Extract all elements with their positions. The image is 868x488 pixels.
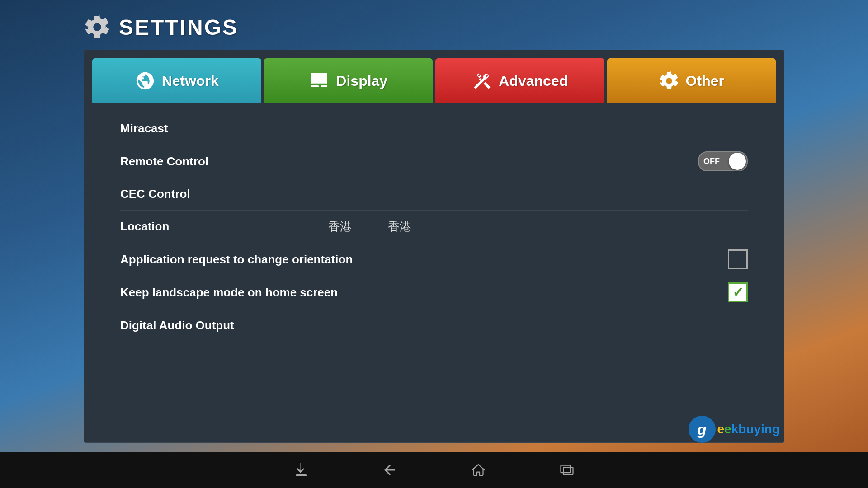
settings-list: Miracast Remote Control OFF CEC Control …: [84, 103, 784, 355]
tab-advanced-label: Advanced: [499, 73, 568, 89]
tabs-row: Network Display Advanced Other: [84, 50, 784, 103]
svg-rect-0: [296, 475, 307, 476]
settings-gear-icon: [84, 14, 111, 41]
toggle-text: OFF: [703, 157, 720, 166]
landscape-mode-label: Keep landscape mode on home screen: [120, 286, 338, 300]
tools-icon: [472, 70, 492, 91]
checkbox-unchecked[interactable]: [728, 249, 748, 269]
svg-rect-2: [561, 465, 571, 473]
digital-audio-label: Digital Audio Output: [120, 319, 301, 333]
back-icon[interactable]: [382, 462, 398, 478]
remote-control-toggle[interactable]: OFF: [698, 151, 748, 171]
display-icon: [309, 70, 330, 91]
landscape-mode-control[interactable]: ✓: [728, 282, 748, 302]
tab-display-label: Display: [336, 73, 387, 89]
recents-icon[interactable]: [559, 462, 575, 478]
svg-rect-3: [564, 467, 573, 475]
geekbuying-logo: g eekbuying: [689, 416, 780, 443]
tab-other-label: Other: [686, 73, 724, 89]
cec-control-label: CEC Control: [120, 187, 301, 201]
logo-text-rest: kbuying: [731, 422, 780, 436]
logo-letter: g: [697, 421, 707, 438]
app-orientation-label: Application request to change orientatio…: [120, 253, 353, 267]
download-icon[interactable]: [293, 462, 309, 478]
other-gear-icon: [659, 70, 679, 91]
location-row: Location 香港 香港: [120, 211, 748, 243]
tab-network-label: Network: [162, 73, 219, 89]
bottom-bar: [0, 452, 868, 488]
main-container: SETTINGS Network Display: [0, 0, 868, 488]
tab-display[interactable]: Display: [264, 58, 433, 103]
checkmark-icon: ✓: [732, 286, 744, 299]
logo-text: eekbuying: [717, 422, 780, 436]
toggle-switch-off[interactable]: OFF: [698, 151, 748, 171]
page-title: SETTINGS: [119, 15, 238, 40]
checkbox-checked[interactable]: ✓: [728, 282, 748, 302]
tab-advanced[interactable]: Advanced: [435, 58, 604, 103]
content-panel: Network Display Advanced Other: [84, 50, 784, 443]
settings-header: SETTINGS: [0, 0, 868, 50]
location-value-1: 香港: [328, 219, 352, 235]
miracast-label: Miracast: [120, 122, 301, 136]
location-value-2: 香港: [388, 219, 411, 235]
app-orientation-control[interactable]: [728, 249, 748, 269]
logo-circle: g: [689, 416, 716, 443]
landscape-mode-row: Keep landscape mode on home screen ✓: [120, 276, 748, 309]
toggle-knob: [729, 153, 746, 170]
digital-audio-row: Digital Audio Output: [120, 309, 748, 342]
globe-icon: [135, 70, 156, 91]
miracast-row: Miracast: [120, 113, 748, 145]
remote-control-row: Remote Control OFF: [120, 145, 748, 178]
location-values: 香港 香港: [328, 219, 411, 235]
tab-other[interactable]: Other: [607, 58, 776, 103]
location-label: Location: [120, 220, 301, 234]
logo-text-e2: e: [724, 422, 731, 436]
app-orientation-row: Application request to change orientatio…: [120, 243, 748, 276]
remote-control-label: Remote Control: [120, 155, 301, 169]
cec-control-row: CEC Control: [120, 178, 748, 211]
logo-text-e: e: [717, 422, 725, 436]
tab-network[interactable]: Network: [92, 58, 261, 103]
home-icon[interactable]: [470, 462, 486, 478]
